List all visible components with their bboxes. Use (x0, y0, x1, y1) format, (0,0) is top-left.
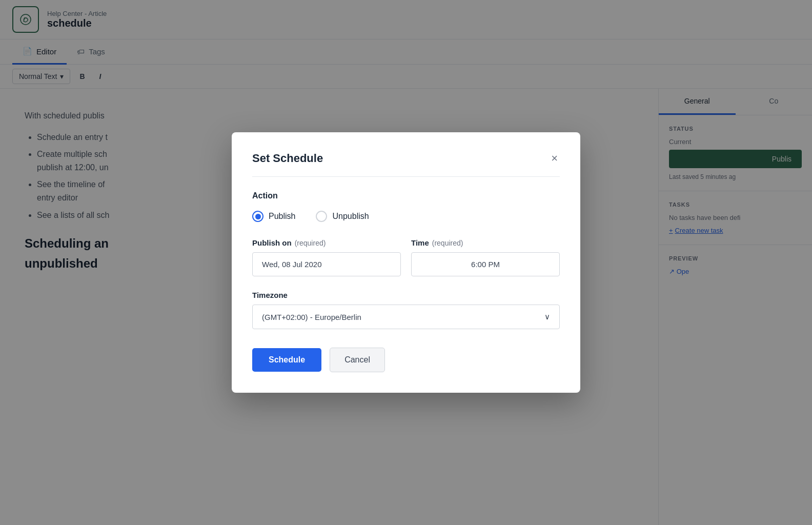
timezone-label: Timezone (252, 291, 560, 299)
publish-label: Publish (269, 212, 295, 221)
publish-on-input[interactable]: Wed, 08 Jul 2020 (252, 252, 401, 276)
close-icon[interactable]: × (549, 151, 560, 166)
publish-radio-circle (252, 211, 263, 222)
publish-on-field: Publish on (required) Wed, 08 Jul 2020 (252, 238, 401, 276)
time-required: (required) (432, 239, 463, 247)
schedule-button[interactable]: Schedule (252, 348, 321, 372)
timezone-select[interactable]: (GMT+02:00) - Europe/Berlin ∨ (252, 305, 560, 329)
time-label: Time (required) (411, 238, 560, 247)
publish-radio-option[interactable]: Publish (252, 211, 295, 222)
unpublish-radio-circle (316, 211, 327, 222)
cancel-button[interactable]: Cancel (330, 348, 385, 372)
action-label: Action (252, 191, 560, 200)
chevron-down-icon: ∨ (544, 312, 550, 321)
modal-title: Set Schedule (252, 152, 323, 165)
publish-on-label: Publish on (required) (252, 238, 401, 247)
timezone-group: Timezone (GMT+02:00) - Europe/Berlin ∨ (252, 291, 560, 329)
modal-overlay[interactable]: Set Schedule × Action Publish Unpublish … (0, 0, 812, 525)
modal-header: Set Schedule × (252, 151, 560, 177)
modal-actions: Schedule Cancel (252, 348, 560, 372)
unpublish-radio-option[interactable]: Unpublish (316, 211, 369, 222)
time-field: Time (required) 6:00 PM (411, 238, 560, 276)
time-input[interactable]: 6:00 PM (411, 252, 560, 276)
unpublish-label: Unpublish (332, 212, 369, 221)
publish-on-required: (required) (295, 239, 326, 247)
set-schedule-modal: Set Schedule × Action Publish Unpublish … (232, 132, 580, 393)
date-time-row: Publish on (required) Wed, 08 Jul 2020 T… (252, 238, 560, 276)
action-radio-group: Publish Unpublish (252, 211, 560, 222)
